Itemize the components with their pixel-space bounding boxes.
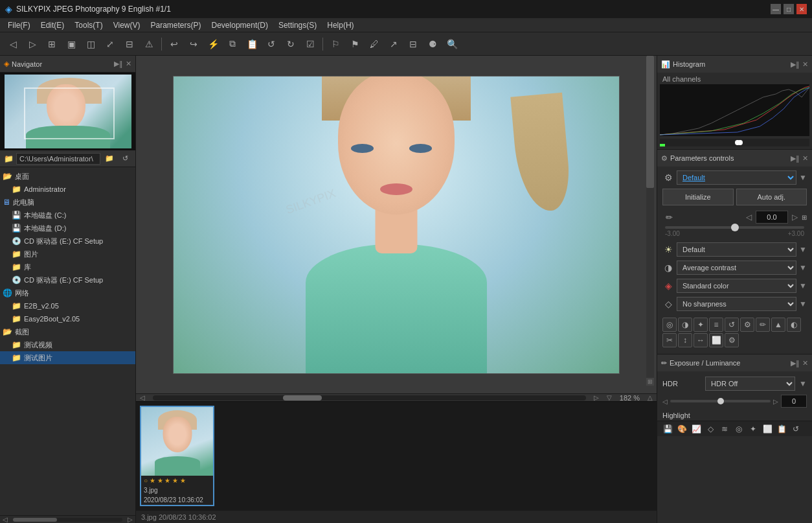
tree-item-d[interactable]: 💾 本地磁盘 (D:) [0, 222, 135, 235]
toolbar-single[interactable]: ▣ [62, 35, 80, 53]
params-close[interactable]: ✕ [802, 154, 808, 163]
toolbar-rotate-ccw[interactable]: ↺ [262, 35, 280, 53]
exposure-arrow-right[interactable]: ▷ [791, 213, 799, 222]
navigator-collapse[interactable]: ▶‖ [114, 60, 123, 68]
menu-parameters[interactable]: Parameters(P) [146, 18, 207, 32]
toolbar-zoom-fit[interactable]: ⤢ [101, 35, 119, 53]
toolbar-split[interactable]: ⊟ [120, 35, 139, 53]
quick-btn-10[interactable]: ✂ [662, 333, 677, 347]
bottom-btn-save[interactable]: 💾 [661, 423, 674, 436]
navigator-close[interactable]: ✕ [126, 60, 131, 68]
toolbar-redo[interactable]: ↪ [185, 35, 203, 53]
quick-btn-14[interactable]: ⚙ [725, 333, 739, 347]
toolbar-paste[interactable]: 📋 [243, 35, 261, 53]
minimize-button[interactable]: — [771, 4, 781, 14]
tree-item-e2b[interactable]: 📁 E2B_v2.05 [0, 299, 135, 312]
histogram-slider[interactable] [660, 139, 809, 146]
contrast-select[interactable]: Average contrast [677, 261, 796, 275]
bottom-btn-tones[interactable]: 📈 [690, 423, 703, 436]
tree-item-network[interactable]: 🌐 网络 [0, 286, 135, 299]
exposure-luminance-collapse[interactable]: ▶‖ [791, 359, 800, 367]
vertical-scrollbar[interactable]: ⊞ [646, 56, 654, 386]
maximize-button[interactable]: □ [784, 4, 794, 14]
hdr-slider-arrow-left[interactable]: ◁ [662, 398, 668, 405]
close-button[interactable]: ✕ [796, 4, 807, 14]
toolbar-develop[interactable]: ⚡ [204, 35, 222, 53]
file-refresh-btn[interactable]: ↺ [118, 152, 131, 165]
quick-btn-6[interactable]: ⚙ [740, 318, 754, 332]
bottom-btn-sharpness[interactable]: ◇ [704, 423, 717, 436]
brightness-expand-icon[interactable]: ▼ [799, 245, 807, 254]
sharpness-select[interactable]: No sharpness [677, 297, 796, 311]
tree-item-desktop[interactable]: 📂 桌面 [0, 170, 135, 183]
menu-help[interactable]: Help(H) [322, 18, 359, 32]
view-expand-btn[interactable]: ⊞ [646, 378, 654, 386]
toolbar-export[interactable]: ↗ [385, 35, 403, 53]
tree-item-library[interactable]: 📁 库 [0, 261, 135, 273]
quick-btn-1[interactable]: ◎ [662, 318, 677, 332]
scroll-right[interactable]: ▷ [125, 516, 135, 523]
toolbar-undo[interactable]: ↩ [165, 35, 183, 53]
exposure-slider-track[interactable] [665, 226, 804, 229]
tree-item-pictures[interactable]: 📁 图片 [0, 248, 135, 261]
bottom-btn-reset[interactable]: ↺ [789, 423, 802, 436]
quick-btn-9[interactable]: ◐ [787, 318, 801, 332]
histogram-collapse[interactable]: ▶‖ [791, 60, 800, 69]
scroll-left[interactable]: ◁ [0, 516, 10, 523]
tree-item-testimage[interactable]: 📁 测试图片 [0, 351, 135, 364]
menu-development[interactable]: Development(D) [207, 18, 273, 32]
toolbar-copy[interactable]: ⧉ [223, 35, 242, 53]
bottom-btn-lens[interactable]: ◎ [732, 423, 745, 436]
toolbar-brush[interactable]: 🖊 [365, 35, 383, 53]
image-view[interactable]: SILKYPIX ⊞ [136, 56, 657, 393]
toolbar-flag[interactable]: ⚐ [326, 35, 344, 53]
zoom-up-icon[interactable]: △ [648, 394, 653, 401]
quick-btn-3[interactable]: ✦ [694, 318, 708, 332]
toolbar-forward[interactable]: ▷ [23, 35, 41, 53]
toolbar-rotate[interactable]: ⚠ [140, 35, 158, 53]
bottom-btn-noise[interactable]: ≋ [718, 423, 731, 436]
file-browse-btn[interactable]: 📁 [103, 152, 116, 165]
exposure-expand-icon[interactable]: ⊞ [802, 214, 807, 221]
exposure-luminance-close[interactable]: ✕ [802, 359, 808, 367]
toolbar-print[interactable]: ⊟ [404, 35, 422, 53]
bottom-btn-effects[interactable]: ✦ [747, 423, 760, 436]
quick-btn-8[interactable]: ▲ [771, 318, 785, 332]
toolbar-unflag[interactable]: ⚑ [346, 35, 364, 53]
toolbar-back[interactable]: ◁ [4, 35, 22, 53]
preset-expand-icon[interactable]: ▼ [799, 173, 807, 182]
toolbar-crop[interactable]: ⚈ [423, 35, 442, 53]
quick-btn-4[interactable]: ≡ [709, 318, 723, 332]
bottom-btn-meta[interactable]: 📋 [775, 423, 788, 436]
hdr-select[interactable]: HDR Off HDR On [705, 377, 795, 391]
quick-btn-12[interactable]: ↔ [694, 333, 708, 347]
file-tree-scrollbar[interactable]: ◁ ▷ [0, 515, 135, 523]
initialize-button[interactable]: Initialize [662, 189, 734, 205]
toolbar-rotate-cw[interactable]: ↻ [282, 35, 300, 53]
tree-item-e1[interactable]: 💿 CD 驱动器 (E:) CF Setup [0, 235, 135, 248]
menu-tools[interactable]: Tools(T) [69, 18, 107, 32]
quick-btn-13[interactable]: ⬜ [709, 333, 723, 347]
zoom-down-icon[interactable]: ▽ [607, 394, 612, 401]
contrast-expand-icon[interactable]: ▼ [799, 263, 807, 272]
quick-btn-2[interactable]: ◑ [678, 318, 692, 332]
exposure-arrow-left[interactable]: ◁ [745, 213, 753, 222]
hdr-slider-arrow-right[interactable]: ▷ [773, 398, 778, 405]
tree-item-c[interactable]: 💾 本地磁盘 (C:) [0, 209, 135, 222]
bottom-btn-crop[interactable]: ⬜ [761, 423, 774, 436]
tree-item-testvideo[interactable]: 📁 测试视频 [0, 338, 135, 351]
color-select[interactable]: Standard color [677, 279, 796, 293]
toolbar-check[interactable]: ☑ [301, 35, 319, 53]
quick-btn-7[interactable]: ✏ [756, 318, 770, 332]
menu-view[interactable]: View(V) [108, 18, 146, 32]
hdr-expand-icon[interactable]: ▼ [799, 379, 807, 388]
menu-edit[interactable]: Edit(E) [36, 18, 70, 32]
menu-settings[interactable]: Settings(S) [273, 18, 322, 32]
auto-adj-button[interactable]: Auto adj. [736, 189, 807, 205]
color-expand-icon[interactable]: ▼ [799, 281, 807, 290]
histogram-close[interactable]: ✕ [802, 60, 808, 69]
tree-item-thispc[interactable]: 🖥 此电脑 [0, 196, 135, 209]
tree-item-administrator[interactable]: 📁 Administrator [0, 183, 135, 196]
params-collapse[interactable]: ▶‖ [791, 154, 800, 163]
preset-select[interactable]: Default [677, 170, 796, 185]
